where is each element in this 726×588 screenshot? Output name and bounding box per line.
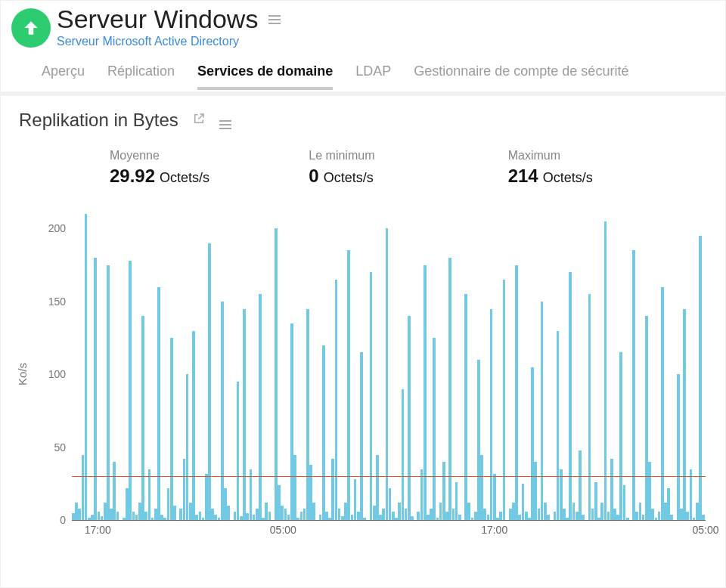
bar: [639, 503, 642, 520]
bar: [452, 509, 455, 520]
bar: [554, 512, 557, 521]
bar: [642, 515, 645, 521]
bar: [702, 515, 705, 521]
stat-label: Maximum: [508, 149, 707, 162]
tab-2[interactable]: Services de domaine: [197, 63, 333, 90]
bar: [154, 509, 157, 520]
bar: [667, 488, 670, 520]
stat-value: 214: [508, 166, 538, 187]
bar: [433, 338, 436, 520]
bar: [160, 515, 163, 521]
bar: [648, 462, 651, 520]
bar: [151, 518, 154, 521]
tab-1[interactable]: Réplication: [107, 63, 175, 90]
title-menu-icon[interactable]: [268, 15, 281, 24]
bar: [290, 323, 293, 521]
bar: [661, 287, 664, 521]
bar: [309, 465, 312, 520]
tab-3[interactable]: LDAP: [355, 63, 391, 90]
bar: [107, 265, 110, 521]
bar: [110, 509, 113, 520]
bar: [250, 469, 253, 521]
bar: [300, 512, 303, 521]
bar: [192, 331, 195, 521]
bar: [588, 294, 591, 520]
bar: [680, 509, 683, 520]
bar: [354, 479, 357, 520]
bar: [138, 503, 141, 520]
bar: [214, 515, 217, 521]
bar: [696, 503, 699, 520]
bar: [442, 462, 445, 520]
bar: [626, 518, 629, 521]
bar: [389, 488, 392, 520]
y-tick: 0: [60, 514, 72, 526]
bar: [306, 309, 309, 521]
open-external-icon[interactable]: [192, 112, 206, 128]
bar: [144, 512, 147, 521]
bar: [240, 516, 243, 521]
x-tick: 05:00: [270, 524, 296, 536]
bar: [591, 509, 594, 520]
bar: [427, 515, 430, 521]
bar: [408, 316, 411, 520]
bar: [344, 503, 347, 520]
average-line: [72, 476, 706, 477]
stat-maximum: Maximum 214 Octets/s: [508, 149, 707, 187]
bar: [379, 515, 382, 521]
bar: [467, 503, 470, 520]
bar: [566, 518, 569, 521]
bar: [525, 512, 528, 521]
bar: [234, 512, 237, 521]
bar: [265, 503, 268, 520]
bar: [541, 302, 544, 520]
bar: [538, 509, 541, 520]
bar: [135, 515, 138, 521]
bar: [651, 509, 654, 520]
bar: [534, 462, 537, 520]
tab-4[interactable]: Gestionnaire de compte de sécurité: [414, 63, 628, 90]
bar: [284, 509, 287, 520]
bar: [370, 272, 373, 520]
bar: [141, 316, 144, 520]
bar: [528, 518, 531, 521]
bar: [402, 389, 405, 521]
bar: [600, 503, 603, 520]
bar: [496, 518, 499, 521]
bar: [195, 515, 198, 521]
bar: [522, 484, 525, 520]
bar: [560, 469, 563, 521]
bar: [518, 515, 521, 521]
bar: [237, 382, 240, 520]
bar: [610, 459, 613, 520]
bar: [430, 509, 433, 520]
bar: [420, 469, 424, 521]
bar: [303, 509, 306, 520]
page-subtitle-link[interactable]: Serveur Microsoft Active Directory: [57, 35, 281, 48]
bar: [91, 515, 94, 521]
bar: [328, 518, 331, 521]
panel-title: Replikation in Bytes: [19, 110, 178, 131]
bar: [227, 506, 230, 520]
bar: [205, 474, 208, 521]
bar: [116, 512, 119, 521]
bar: [569, 272, 572, 520]
bar: [132, 512, 135, 521]
bar: [487, 515, 490, 521]
tab-0[interactable]: Aperçu: [42, 63, 85, 90]
bar: [199, 512, 202, 521]
bar: [503, 280, 506, 520]
y-tick: 50: [54, 441, 72, 453]
bar: [243, 309, 246, 521]
bar: [211, 509, 214, 520]
panel-menu-icon[interactable]: [219, 111, 231, 129]
bar: [655, 518, 658, 521]
bar: [382, 509, 385, 520]
bar: [582, 515, 585, 521]
x-tick: 17:00: [481, 524, 507, 536]
bar: [179, 509, 182, 520]
y-tick: 150: [48, 296, 72, 308]
bar: [635, 512, 638, 521]
bar: [471, 518, 474, 521]
stat-value: 29.92: [110, 166, 155, 187]
